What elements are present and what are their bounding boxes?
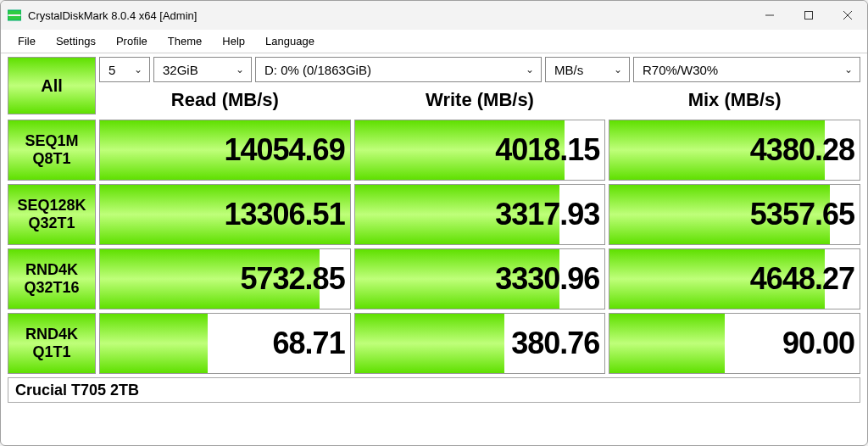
col-header-read: Read (MB/s) <box>99 86 351 114</box>
drive-value: D: 0% (0/1863GiB) <box>264 63 371 77</box>
test-row-rnd4k-q1t1: RND4KQ1T168.71380.7690.00 <box>8 313 860 374</box>
cell-rnd4k-q32t16-mix: 4648.27 <box>609 248 860 309</box>
svg-rect-1 <box>8 16 21 20</box>
result-value: 4380.28 <box>750 132 854 168</box>
result-bar <box>355 314 505 373</box>
device-name: Crucial T705 2TB <box>15 382 139 399</box>
cell-seq1m-q8t1-write: 4018.15 <box>354 120 606 181</box>
chevron-down-icon: ⌄ <box>236 64 244 75</box>
menu-settings[interactable]: Settings <box>46 31 106 51</box>
result-value: 4648.27 <box>750 261 854 297</box>
row-label-2: Q32T1 <box>28 215 75 232</box>
app-icon <box>8 8 21 22</box>
minimize-button[interactable] <box>750 1 789 30</box>
close-icon <box>843 11 852 20</box>
run-rnd4k-q32t16-button[interactable]: RND4KQ32T16 <box>8 248 96 309</box>
menubar: File Settings Profile Theme Help Languag… <box>1 30 867 53</box>
loops-select[interactable]: 5 ⌄ <box>99 57 150 82</box>
row-label-1: SEQ1M <box>25 132 78 150</box>
cell-seq128k-q32t1-write: 3317.93 <box>354 184 606 245</box>
cell-seq128k-q32t1-read: 13306.51 <box>99 184 351 245</box>
test-row-rnd4k-q32t16: RND4KQ32T165732.853330.964648.27 <box>8 248 860 309</box>
size-value: 32GiB <box>163 63 198 77</box>
minimize-icon <box>765 11 774 20</box>
row-label-1: SEQ128K <box>17 197 86 215</box>
cell-seq128k-q32t1-mix: 5357.65 <box>609 184 860 245</box>
chevron-down-icon: ⌄ <box>526 64 534 75</box>
menu-file[interactable]: File <box>8 31 46 51</box>
chevron-down-icon: ⌄ <box>614 64 622 75</box>
test-row-seq1m-q8t1: SEQ1MQ8T114054.694018.154380.28 <box>8 120 860 181</box>
row-label-2: Q1T1 <box>32 343 70 361</box>
result-value: 3330.96 <box>495 261 599 297</box>
result-value: 5357.65 <box>750 197 854 232</box>
row-label-1: RND4K <box>25 261 78 279</box>
result-value: 4018.15 <box>495 132 599 168</box>
app-window: CrystalDiskMark 8.0.4 x64 [Admin] File S… <box>0 0 868 446</box>
cell-rnd4k-q1t1-write: 380.76 <box>354 313 606 374</box>
cell-rnd4k-q1t1-read: 68.71 <box>99 313 351 374</box>
content-area: All 5 ⌄ 32GiB ⌄ D: 0% (0/1863GiB) ⌄ <box>1 53 867 445</box>
run-seq1m-q8t1-button[interactable]: SEQ1MQ8T1 <box>8 120 96 181</box>
result-value: 14054.69 <box>225 132 345 168</box>
chevron-down-icon: ⌄ <box>134 64 142 75</box>
test-row-seq128k-q32t1: SEQ128KQ32T113306.513317.935357.65 <box>8 184 860 245</box>
result-value: 68.71 <box>273 326 345 361</box>
row-label-1: RND4K <box>25 326 78 343</box>
unit-value: MB/s <box>554 63 583 77</box>
cell-rnd4k-q32t16-read: 5732.85 <box>99 248 351 309</box>
result-value: 90.00 <box>782 326 854 361</box>
window-title: CrystalDiskMark 8.0.4 x64 [Admin] <box>28 9 197 22</box>
cell-seq1m-q8t1-read: 14054.69 <box>99 120 351 181</box>
chevron-down-icon: ⌄ <box>844 64 853 75</box>
result-bar <box>609 314 725 373</box>
loops-value: 5 <box>108 63 115 77</box>
col-header-mix: Mix (MB/s) <box>609 86 860 114</box>
all-label: All <box>41 76 63 96</box>
result-value: 3317.93 <box>495 197 599 232</box>
maximize-icon <box>804 11 813 20</box>
result-value: 380.76 <box>511 326 599 361</box>
result-value: 5732.85 <box>241 261 345 297</box>
mix-select[interactable]: R70%/W30% ⌄ <box>633 57 860 82</box>
mix-value: R70%/W30% <box>643 63 718 77</box>
size-select[interactable]: 32GiB ⌄ <box>153 57 252 82</box>
menu-theme[interactable]: Theme <box>158 31 212 51</box>
drive-select[interactable]: D: 0% (0/1863GiB) ⌄ <box>255 57 542 82</box>
results-grid: SEQ1MQ8T114054.694018.154380.28SEQ128KQ3… <box>8 120 860 374</box>
run-rnd4k-q1t1-button[interactable]: RND4KQ1T1 <box>8 313 96 374</box>
cell-rnd4k-q1t1-mix: 90.00 <box>609 313 860 374</box>
menu-profile[interactable]: Profile <box>106 31 158 51</box>
cell-rnd4k-q32t16-write: 3330.96 <box>354 248 606 309</box>
result-bar <box>100 314 208 373</box>
menu-language[interactable]: Language <box>255 31 325 51</box>
row-label-2: Q8T1 <box>32 150 70 168</box>
maximize-button[interactable] <box>789 1 828 30</box>
device-footer: Crucial T705 2TB <box>8 377 860 403</box>
col-header-write: Write (MB/s) <box>354 86 606 114</box>
run-all-button[interactable]: All <box>8 57 96 114</box>
close-button[interactable] <box>828 1 867 30</box>
svg-rect-4 <box>805 12 813 20</box>
row-label-2: Q32T16 <box>24 279 79 297</box>
titlebar[interactable]: CrystalDiskMark 8.0.4 x64 [Admin] <box>1 1 867 30</box>
menu-help[interactable]: Help <box>212 31 255 51</box>
cell-seq1m-q8t1-mix: 4380.28 <box>609 120 860 181</box>
result-value: 13306.51 <box>225 197 345 232</box>
run-seq128k-q32t1-button[interactable]: SEQ128KQ32T1 <box>8 184 96 245</box>
svg-rect-0 <box>8 10 21 14</box>
unit-select[interactable]: MB/s ⌄ <box>545 57 630 82</box>
